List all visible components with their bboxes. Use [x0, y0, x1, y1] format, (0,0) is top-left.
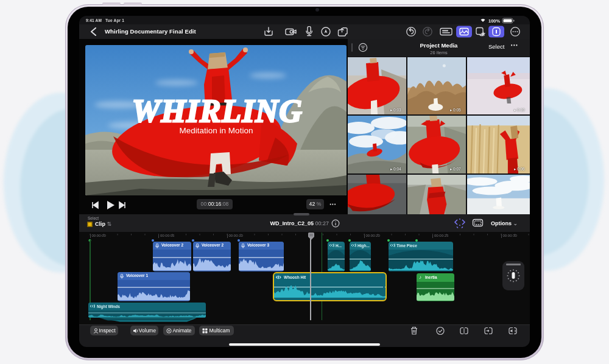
svg-text:100%: 100% — [488, 18, 501, 24]
svg-text:Meditation in Motion: Meditation in Motion — [180, 126, 253, 135]
svg-text:WHIRLING: WHIRLING — [132, 94, 303, 128]
